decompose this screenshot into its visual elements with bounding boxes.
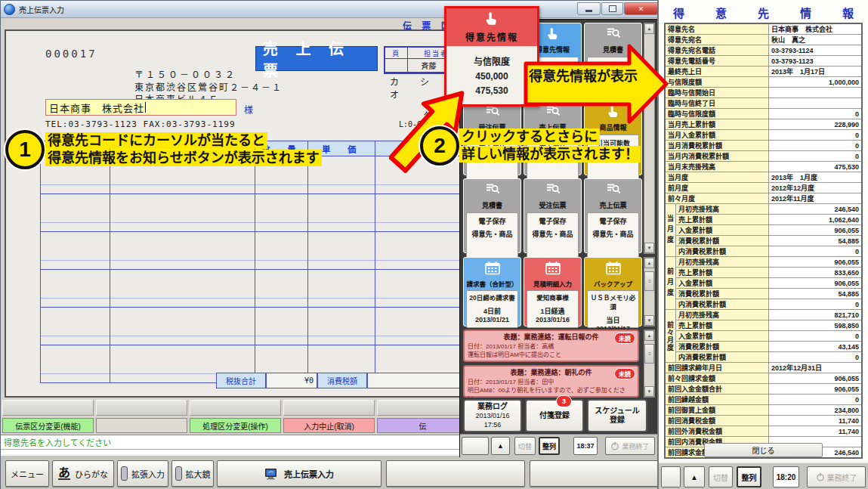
tile-見積書[interactable]: 見積書電子保存得意先・商品 bbox=[463, 178, 521, 253]
taskbar-blank-button[interactable] bbox=[530, 460, 663, 487]
panel-sort-button[interactable]: 整列 bbox=[539, 437, 560, 455]
schedule-scrollbar[interactable]: ▲≡▼ bbox=[644, 257, 655, 327]
schedule-tile-見積明細入力[interactable]: 見積明細入力愛知商事様1日経過2013/01/16 bbox=[524, 257, 582, 327]
slip-number: 000017 bbox=[45, 48, 97, 60]
tile-売上伝票[interactable]: 売上伝票電子保存得意先・商品 bbox=[584, 178, 642, 253]
right-sort-button[interactable]: 整列 bbox=[737, 466, 761, 487]
right-blank-button[interactable] bbox=[661, 466, 681, 487]
schedule-tile-バックアップ[interactable]: バックアップＵＳＢメモリ必須当日2013/01/17 bbox=[584, 257, 642, 327]
fkey-blank[interactable] bbox=[190, 400, 281, 416]
notice-card[interactable]: 未読表題：業務連絡：朝礼の件日付：2013/01/17 担当者：田中明日AM8：… bbox=[463, 365, 639, 398]
info-label: 当月入金累計額 bbox=[665, 130, 769, 141]
info-value: 598,850 bbox=[769, 320, 863, 331]
sticky-note-button[interactable]: 3 付箋登録 bbox=[525, 399, 584, 432]
minimize-button[interactable] bbox=[577, 2, 601, 15]
fkey-伝[interactable]: 伝 bbox=[377, 418, 468, 433]
info-label: 前々回請求金額 bbox=[665, 373, 769, 384]
fkey-blank[interactable] bbox=[377, 400, 468, 416]
info-row: 消費税累計額54,885 bbox=[665, 289, 862, 299]
unread-badge: 未読 bbox=[614, 368, 635, 379]
popup-header: 得意先情報 bbox=[446, 8, 537, 46]
magnifier-button[interactable]: 拡大鏡 bbox=[171, 460, 214, 487]
calendar-icon bbox=[524, 258, 581, 279]
subtotal-label: 税抜合計 bbox=[216, 373, 266, 388]
info-row: 臨時与信終了日 bbox=[665, 98, 862, 109]
work-log-button[interactable]: 業務ログ 2013/01/16 17:56 bbox=[463, 399, 522, 432]
callout-2-number: 2 bbox=[420, 126, 459, 166]
arrow-label: 得意先情報が表示 bbox=[529, 65, 638, 85]
hand-pointer-icon bbox=[483, 11, 500, 27]
info-value bbox=[769, 98, 863, 109]
info-value: 0 bbox=[769, 395, 863, 405]
panel-switch-button[interactable]: 切替 bbox=[514, 437, 536, 455]
panel-blank-button[interactable] bbox=[462, 437, 489, 455]
info-label: 前回御買上金額 bbox=[665, 405, 769, 416]
fkey-blank[interactable] bbox=[283, 400, 375, 416]
hiragana-button[interactable]: あ ひらがな bbox=[52, 460, 114, 487]
schedule-register-button[interactable]: スケジュール登録 bbox=[587, 399, 647, 432]
fkey-伝票区分変更(機能)[interactable]: 伝票区分変更(機能) bbox=[2, 418, 94, 433]
tax-label: 消費税額 bbox=[317, 373, 367, 388]
item-row[interactable] bbox=[41, 308, 463, 345]
info-value: 0 bbox=[769, 331, 863, 342]
panel-up-button[interactable]: ▲ bbox=[491, 437, 510, 455]
messages-scrollbar[interactable]: ▲≡▼ bbox=[644, 330, 655, 398]
info-row: 得意先名日本商事 株式会社 bbox=[665, 23, 862, 35]
info-row: 得意先宛名秋山 真之 bbox=[665, 35, 862, 45]
info-value: 0 bbox=[769, 352, 863, 363]
info-label: 入金累計額 bbox=[676, 225, 769, 236]
fkey-入力中止(取消)[interactable]: 入力中止(取消) bbox=[283, 418, 375, 433]
info-row: 売上累計額1,062,640 bbox=[665, 215, 862, 225]
info-value: 0 bbox=[769, 130, 863, 141]
tile-受注伝票[interactable]: 受注伝票電子保存得意先・商品 bbox=[524, 178, 582, 253]
fkey-blank[interactable] bbox=[2, 400, 94, 416]
info-value: 228,990 bbox=[769, 119, 863, 130]
item-row[interactable] bbox=[41, 194, 463, 232]
fkey-blank[interactable] bbox=[96, 400, 187, 416]
menu-button[interactable]: メニュー bbox=[5, 460, 49, 487]
info-value: 1,062,640 bbox=[769, 215, 863, 225]
right-end-button[interactable]: 業務終了 bbox=[807, 466, 866, 487]
info-value: 821,710 bbox=[769, 310, 863, 320]
info-value: 03-3793-1123 bbox=[769, 56, 863, 67]
info-value: 906,055 bbox=[769, 384, 863, 395]
period-group-label: 前月度 bbox=[665, 257, 676, 310]
notice-card[interactable]: 未読表題：業務連絡：運転日報の件日付：2013/01/17 担当者：高橋運転日報… bbox=[463, 330, 639, 362]
info-row: 当月売上累計額228,990 bbox=[665, 119, 862, 130]
info-row: 臨時与信限度額0 bbox=[665, 109, 862, 119]
function-key-row: 伝票区分変更(機能)処理区分変更(操作)入力中止(取消)伝 bbox=[1, 418, 468, 433]
info-row: 前月度月初売掛残高906,055 bbox=[665, 257, 862, 268]
fkey-処理区分変更(操作)[interactable]: 処理区分変更(操作) bbox=[190, 418, 281, 433]
restore-button[interactable] bbox=[601, 2, 623, 15]
callout-1-line1: 得意先コードにカーソルが当たると bbox=[45, 132, 267, 149]
info-row: 内消費税累計額0 bbox=[665, 246, 862, 257]
fkey-blank[interactable] bbox=[96, 418, 187, 433]
close-panel-button[interactable]: 閉じる bbox=[704, 443, 823, 457]
info-label: 前々月度 bbox=[665, 193, 769, 204]
right-up-button[interactable]: ▲ bbox=[684, 466, 705, 487]
info-label: 当月消費税累計額 bbox=[665, 141, 769, 151]
right-switch-button[interactable]: 切替 bbox=[709, 466, 733, 487]
info-label: 得意先名 bbox=[665, 23, 769, 35]
info-row: 当月内消費税累計額0 bbox=[665, 151, 862, 162]
item-row[interactable] bbox=[41, 232, 463, 270]
info-label: 売上累計額 bbox=[676, 268, 769, 278]
close-button[interactable]: ✕ bbox=[624, 2, 658, 15]
arrow-to-info bbox=[524, 44, 669, 128]
taskbar-blank-button[interactable] bbox=[386, 460, 525, 487]
app-task-button[interactable]: 売上伝票入力 bbox=[217, 460, 381, 487]
info-value: 1,000,000 bbox=[769, 77, 863, 88]
extended-input-button[interactable]: 拡張入力 bbox=[117, 460, 168, 487]
search-icon bbox=[585, 23, 641, 45]
customer-name-field[interactable]: 日本商事 株式会社 bbox=[45, 99, 236, 116]
info-value: 43,145 bbox=[769, 342, 863, 352]
info-row: 当月入金累計額0 bbox=[665, 130, 862, 141]
panel-end-button[interactable]: 業務終了 bbox=[605, 437, 655, 455]
schedule-tile-請求書（合計型）[interactable]: 請求書（合計型）20日締め請求書4日前2013/01/21 bbox=[463, 257, 521, 327]
function-key-blank-row bbox=[1, 400, 468, 416]
item-row[interactable] bbox=[41, 270, 463, 308]
computer-icon bbox=[264, 468, 278, 480]
title-bar[interactable]: 売上伝票入力 bbox=[1, 1, 666, 18]
customer-info-window: 得 意 先 情 報 得意先名日本商事 株式会社得意先宛名秋山 真之得意先宛名電話… bbox=[657, 0, 868, 489]
slip-summary-row: 税抜合計 ¥0 消費税額 bbox=[40, 373, 463, 388]
